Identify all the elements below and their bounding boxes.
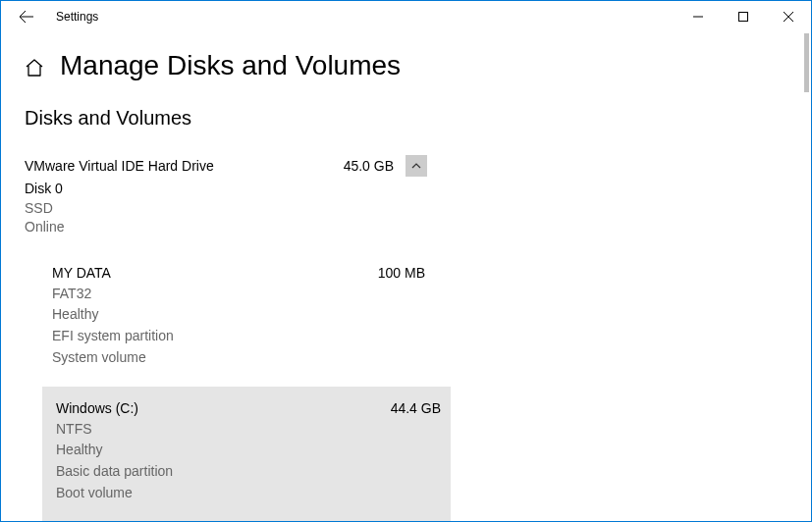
window-title: Settings [56, 10, 98, 24]
minimize-icon [693, 12, 703, 22]
volume-meta: FAT32 Healthy EFI system partition Syste… [52, 284, 425, 369]
disk-id: Disk 0 [25, 180, 787, 199]
back-arrow-icon [19, 9, 34, 25]
volume-size: 100 MB [378, 265, 425, 281]
page-header: Manage Disks and Volumes [25, 50, 787, 81]
window-controls [676, 1, 811, 32]
volume-fs: FAT32 [52, 284, 425, 305]
maximize-button[interactable] [721, 1, 766, 32]
svg-rect-0 [739, 13, 748, 22]
disk-size: 45.0 GB [344, 158, 394, 174]
volume-partition-type: Basic data partition [56, 461, 441, 483]
volume-size: 44.4 GB [391, 400, 441, 416]
close-icon [784, 12, 793, 22]
home-icon[interactable] [25, 58, 44, 78]
volume-name: Windows (C:) [56, 400, 391, 416]
close-button[interactable] [766, 1, 811, 32]
volume-name: MY DATA [52, 265, 378, 281]
volume-health: Healthy [56, 440, 441, 461]
volume-meta: NTFS Healthy Basic data partition Boot v… [56, 419, 441, 504]
page-title: Manage Disks and Volumes [60, 50, 401, 81]
maximize-icon [738, 12, 748, 22]
titlebar: Settings [1, 1, 811, 32]
disk-status: Online [25, 218, 787, 237]
volume-item-selected[interactable]: Windows (C:) 44.4 GB NTFS Healthy Basic … [42, 387, 451, 521]
disk-meta: Disk 0 SSD Online [25, 180, 787, 237]
chevron-up-icon [410, 160, 422, 172]
disk-type: SSD [25, 199, 787, 219]
volume-role: Boot volume [56, 483, 441, 504]
volume-health: Healthy [52, 304, 425, 326]
collapse-button[interactable] [406, 155, 427, 177]
content-area: Manage Disks and Volumes Disks and Volum… [1, 32, 811, 521]
back-button[interactable] [13, 3, 40, 30]
minimize-button[interactable] [676, 1, 721, 32]
disk-header-row[interactable]: VMware Virtual IDE Hard Drive 45.0 GB [25, 155, 427, 177]
section-title: Disks and Volumes [25, 107, 787, 130]
disk-name: VMware Virtual IDE Hard Drive [25, 158, 344, 174]
volume-item[interactable]: MY DATA 100 MB FAT32 Healthy EFI system … [52, 255, 439, 379]
volume-fs: NTFS [56, 419, 441, 441]
volume-role: System volume [52, 347, 425, 369]
volume-partition-type: EFI system partition [52, 326, 425, 347]
